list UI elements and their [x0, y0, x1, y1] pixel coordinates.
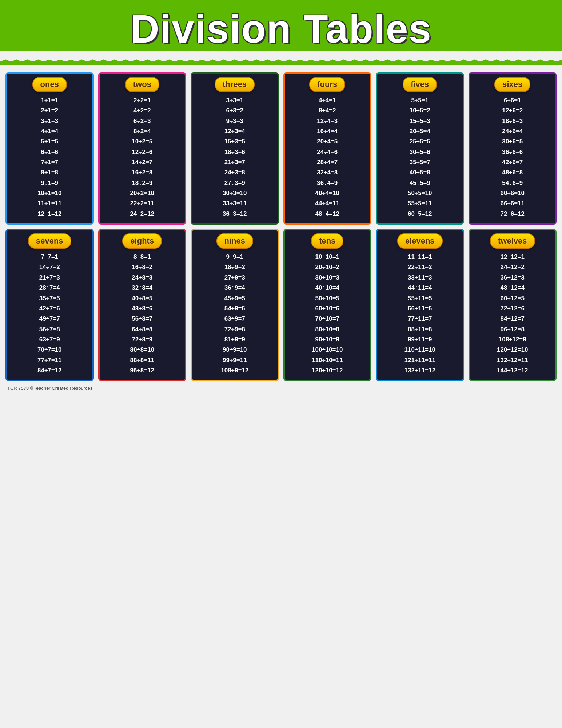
- equation-item: 84÷12=7: [500, 314, 525, 324]
- equation-item: 11÷11=1: [408, 252, 432, 262]
- table-label-elevens: elevens: [397, 233, 443, 249]
- equation-item: 64÷8=8: [132, 325, 152, 334]
- header: Division Tables: [0, 0, 562, 51]
- equation-item: 15÷3=5: [224, 137, 245, 146]
- equation-item: 8÷2=4: [133, 127, 151, 136]
- equation-item: 56÷7=8: [39, 325, 60, 334]
- table-card-tens: tens10÷10=120÷10=230÷10=340÷10=450÷10=56…: [283, 229, 372, 381]
- table-label-ones: ones: [32, 77, 67, 92]
- equation-item: 18÷2=9: [132, 178, 152, 188]
- equation-item: 27÷9=3: [224, 273, 245, 282]
- equation-item: 30÷10=3: [315, 273, 339, 282]
- equation-item: 28÷4=7: [317, 158, 338, 167]
- equation-item: 108÷9=12: [221, 366, 248, 375]
- equation-item: 12÷4=3: [317, 116, 338, 126]
- table-equations-sevens: 7÷7=114÷7=221÷7=328÷7=435÷7=542÷7=649÷7=…: [9, 252, 90, 375]
- equation-item: 18÷6=3: [502, 116, 523, 126]
- equation-item: 96÷12=8: [500, 325, 525, 334]
- equation-item: 24÷12=2: [500, 262, 525, 272]
- table-equations-nines: 9÷9=118÷9=227÷9=336÷9=445÷9=554÷9=663÷9=…: [194, 252, 275, 375]
- table-label-fives: fives: [403, 77, 437, 92]
- equation-item: 80÷8=10: [130, 345, 154, 355]
- table-equations-twelves: 12÷12=124÷12=236÷12=348÷12=460÷12=572÷12…: [472, 252, 553, 375]
- table-equations-tens: 10÷10=120÷10=230÷10=340÷10=450÷10=560÷10…: [287, 252, 368, 375]
- table-card-fours: fours4÷4=18÷4=212÷4=316÷4=420÷4=524÷4=62…: [283, 72, 372, 225]
- equation-item: 21÷3=7: [224, 158, 245, 167]
- equation-item: 32÷8=4: [132, 283, 152, 293]
- equation-item: 2÷1=2: [41, 106, 58, 115]
- equation-item: 88÷8=11: [130, 356, 154, 365]
- equation-item: 120÷10=12: [312, 366, 343, 375]
- equation-item: 60÷5=12: [408, 209, 432, 219]
- equation-item: 36÷9=4: [224, 283, 245, 293]
- equation-item: 4÷4=1: [319, 96, 336, 105]
- equation-item: 24÷8=3: [132, 273, 152, 282]
- table-card-ones: ones1÷1=12÷1=23÷1=34÷1=45÷1=56÷1=67÷1=78…: [5, 72, 94, 225]
- equation-item: 18÷3=6: [224, 147, 245, 157]
- table-equations-eights: 8÷8=116÷8=224÷8=332÷8=440÷8=548÷8=656÷8=…: [102, 252, 183, 375]
- equation-item: 6÷2=3: [133, 116, 151, 126]
- equation-item: 9÷1=9: [41, 178, 58, 188]
- equation-item: 48÷6=8: [502, 168, 523, 177]
- equation-item: 42÷7=6: [39, 304, 60, 313]
- equation-item: 10÷1=10: [37, 189, 62, 198]
- equation-item: 54÷6=9: [502, 178, 523, 188]
- equation-item: 35÷7=5: [39, 294, 60, 303]
- equation-item: 33÷3=11: [223, 199, 247, 208]
- table-equations-fives: 5÷5=110÷5=215÷5=320÷5=425÷5=530÷5=635÷5=…: [379, 96, 461, 219]
- equation-item: 30÷5=6: [410, 147, 430, 157]
- equation-item: 40÷10=4: [315, 283, 339, 293]
- equation-item: 16÷4=4: [317, 127, 338, 136]
- equation-item: 20÷4=5: [317, 137, 338, 146]
- equation-item: 8÷4=2: [319, 106, 336, 115]
- equation-item: 21÷7=3: [39, 273, 60, 282]
- equation-item: 72÷9=8: [224, 325, 245, 334]
- equation-item: 22÷11=2: [408, 262, 432, 272]
- equation-item: 14÷2=7: [132, 158, 152, 167]
- equation-item: 6÷1=6: [41, 147, 58, 157]
- equation-item: 42÷6=7: [502, 158, 523, 167]
- equation-item: 11÷1=11: [37, 199, 62, 208]
- equation-item: 16÷8=2: [132, 262, 152, 272]
- equation-item: 70÷10=7: [315, 314, 339, 324]
- equation-item: 81÷9=9: [224, 335, 245, 344]
- equation-item: 55÷5=11: [408, 199, 432, 208]
- equation-item: 33÷11=3: [408, 273, 432, 282]
- table-card-sixes: sixes6÷6=112÷6=218÷6=324÷6=430÷6=536÷6=6…: [469, 72, 557, 225]
- equation-item: 5÷1=5: [41, 137, 58, 146]
- table-label-twos: twos: [125, 77, 159, 92]
- table-card-sevens: sevens7÷7=114÷7=221÷7=328÷7=435÷7=542÷7=…: [5, 229, 94, 381]
- table-label-nines: nines: [216, 233, 253, 249]
- equation-item: 24÷2=12: [130, 209, 154, 219]
- equation-item: 121÷11=11: [404, 356, 435, 365]
- table-equations-fours: 4÷4=18÷4=212÷4=316÷4=420÷4=524÷4=628÷4=7…: [287, 96, 368, 219]
- equation-item: 72÷12=6: [500, 304, 525, 313]
- equation-item: 8÷8=1: [133, 252, 151, 262]
- equation-item: 7÷7=1: [41, 252, 58, 262]
- equation-item: 24÷4=6: [317, 147, 338, 157]
- table-card-nines: nines9÷9=118÷9=227÷9=336÷9=445÷9=554÷9=6…: [191, 229, 279, 381]
- tables-grid: ones1÷1=12÷1=23÷1=34÷1=45÷1=56÷1=67÷1=78…: [5, 72, 557, 381]
- table-card-threes: threes3÷3=16÷3=29÷3=312÷3=415÷3=518÷3=62…: [191, 72, 279, 225]
- equation-item: 22÷2=11: [130, 199, 154, 208]
- page-title: Division Tables: [7, 7, 555, 51]
- equation-item: 120÷12=10: [497, 345, 528, 355]
- table-label-sixes: sixes: [494, 77, 530, 92]
- equation-item: 45÷5=9: [410, 178, 430, 188]
- equation-item: 30÷6=5: [502, 137, 523, 146]
- equation-item: 44÷11=4: [408, 283, 432, 293]
- equation-item: 10÷5=2: [410, 106, 430, 115]
- equation-item: 56÷8=7: [132, 314, 152, 324]
- equation-item: 90÷10=9: [315, 335, 339, 344]
- equation-item: 77÷7=11: [37, 356, 62, 365]
- table-equations-threes: 3÷3=16÷3=29÷3=312÷3=415÷3=518÷3=621÷3=72…: [194, 96, 275, 219]
- equation-item: 12÷12=1: [500, 252, 525, 262]
- equation-item: 70÷7=10: [37, 345, 62, 355]
- equation-item: 12÷6=2: [502, 106, 523, 115]
- equation-item: 9÷3=3: [226, 116, 243, 126]
- equation-item: 48÷12=4: [500, 283, 525, 293]
- equation-item: 84÷7=12: [37, 366, 62, 375]
- equation-item: 132÷11=12: [404, 366, 435, 375]
- equation-item: 24÷6=4: [502, 127, 523, 136]
- equation-item: 25÷5=5: [410, 137, 430, 146]
